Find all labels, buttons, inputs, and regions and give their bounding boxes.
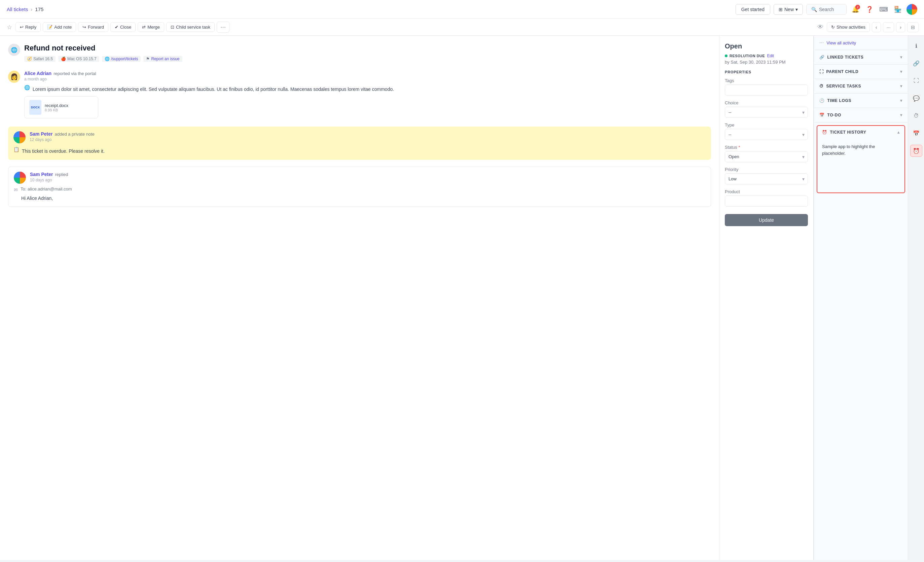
time-logs-header[interactable]: 🕐 TIME LOGS ▾ [814, 93, 908, 108]
check-icon: ✔ [115, 24, 118, 30]
browser-icon: 🧭 [27, 57, 32, 61]
tags-label: Tags [725, 78, 808, 83]
help-button[interactable]: ❓ [864, 4, 875, 15]
breadcrumb-separator: › [31, 6, 32, 12]
update-button[interactable]: Update [725, 214, 808, 226]
path-tag[interactable]: 🌐 /support/tickets [102, 56, 141, 62]
nav-dots-button[interactable]: ··· [883, 22, 894, 32]
attachment[interactable]: DOCX receipt.docx 8.99 KB [24, 96, 98, 119]
history-icon-button[interactable]: ⏰ [910, 145, 922, 157]
breadcrumb: All tickets › 175 [7, 6, 44, 12]
ticket-number: 175 [35, 6, 44, 12]
ticket-status: Open [725, 42, 808, 50]
merge-button[interactable]: ⇄ Merge [138, 22, 164, 32]
resolution-label: RESOLUTION DUE [729, 54, 765, 58]
avatar [14, 131, 26, 143]
choice-field: Choice -- [725, 100, 808, 118]
browser-tag: 🧭 Safari 16.5 [24, 56, 56, 62]
reply-button[interactable]: ↩ Reply [15, 22, 41, 32]
link-icon-button[interactable]: 🔗 [910, 57, 922, 69]
activities-icon: ↻ [831, 24, 835, 30]
add-note-button[interactable]: 📝 Add note [43, 22, 76, 32]
get-started-button[interactable]: Get started [736, 4, 770, 15]
forward-button[interactable]: ↪ Forward [78, 22, 108, 32]
calendar-icon-button[interactable]: 📅 [910, 127, 922, 139]
search-button[interactable]: 🔍 Search [806, 4, 847, 15]
time-logs-accordion: 🕐 TIME LOGS ▾ [814, 93, 908, 108]
ticket-meta: 🧭 Safari 16.5 🍎 Mac OS 10.15.7 🌐 /suppor… [24, 56, 182, 62]
tags-input[interactable] [725, 84, 808, 96]
main-layout: 🌐 Refund not received 🧭 Safari 16.5 🍎 Ma… [0, 36, 924, 560]
nav-prev-button[interactable]: ‹ [872, 22, 881, 32]
resolution-date: by Sat, Sep 30, 2023 11:59 PM [725, 60, 808, 65]
resolution-edit-link[interactable]: Edit [767, 54, 774, 58]
layout-button[interactable]: ⊟ [907, 22, 919, 32]
reply-icon: ↩ [20, 24, 24, 30]
app-logo [906, 4, 917, 15]
notification-badge: 2 [855, 5, 860, 9]
task-icon: ⊡ [171, 24, 174, 30]
notifications-button[interactable]: 🔔 2 [850, 4, 861, 15]
hierarchy-icon-button[interactable]: ⛶ [910, 75, 922, 87]
message-item: 👩 Alice Adrian reported via the portal a… [8, 71, 711, 119]
info-icon-button[interactable]: ℹ [910, 40, 922, 52]
product-label: Product [725, 189, 808, 194]
clock-icon-button[interactable]: ⏱ [910, 110, 922, 122]
product-input[interactable] [725, 195, 808, 207]
apple-icon: 🍎 [61, 57, 66, 61]
view-all-activity-row[interactable]: ··· View all activity [814, 36, 908, 50]
right-sidebar: ··· View all activity 🔗 LINKED TICKETS ▾… [814, 36, 908, 560]
properties-panel: Open RESOLUTION DUE Edit by Sat, Sep 30,… [719, 36, 814, 560]
show-activities-button[interactable]: ↻ Show activities [827, 22, 870, 32]
message-text: Lorem ipsum dolor sit amet, consectetur … [33, 86, 394, 93]
more-options-button[interactable]: ⋯ [217, 21, 230, 33]
chevron-down-icon: ▾ [795, 7, 798, 12]
eye-button[interactable]: 👁 [816, 22, 825, 32]
close-button[interactable]: ✔ Close [110, 22, 136, 32]
link-icon: 🔗 [819, 55, 825, 60]
star-button[interactable]: ☆ [5, 22, 14, 32]
child-service-task-button[interactable]: ⊡ Child service task [166, 22, 214, 32]
nav-next-button[interactable]: › [896, 22, 905, 32]
message-content: Alice Adrian reported via the portal a m… [24, 71, 711, 119]
ticket-history-header[interactable]: ⏰ TICKET HISTORY ▴ [818, 126, 904, 139]
chevron-up-icon: ▴ [897, 130, 900, 135]
parent-child-header[interactable]: ⛶ PARENT CHILD ▾ [814, 65, 908, 79]
view-all-activity-link[interactable]: View all activity [826, 41, 856, 45]
forward-icon: ↪ [82, 24, 86, 30]
globe-icon: 🌐 [8, 44, 20, 56]
required-marker: * [738, 145, 740, 150]
resolution-dot [725, 54, 728, 57]
service-tasks-header[interactable]: ⏱ SERVICE TASKS ▾ [814, 79, 908, 93]
todo-header[interactable]: 📅 TO-DO ▾ [814, 108, 908, 122]
more-dots-icon: ··· [819, 40, 824, 46]
reply-to: To: alice.adrian@mail.com [21, 186, 72, 191]
report-tag[interactable]: ⚑ Report an issue [143, 56, 182, 62]
os-tag: 🍎 Mac OS 10.15.7 [58, 56, 99, 62]
status-label: Status * [725, 145, 808, 150]
merge-icon: ⇄ [142, 24, 146, 30]
note-type-icon: 📋 [14, 147, 19, 152]
clock-icon: 🕐 [819, 98, 825, 103]
todo-accordion: 📅 TO-DO ▾ [814, 108, 908, 123]
docx-icon: DOCX [29, 100, 41, 115]
service-tasks-accordion: ⏱ SERVICE TASKS ▾ [814, 79, 908, 93]
status-select[interactable]: Open [725, 151, 808, 162]
store-button[interactable]: 🏪 [892, 4, 903, 15]
keyboard-button[interactable]: ⌨ [878, 4, 889, 15]
priority-select[interactable]: Low [725, 173, 808, 185]
linked-tickets-accordion: 🔗 LINKED TICKETS ▾ [814, 50, 908, 65]
linked-tickets-header[interactable]: 🔗 LINKED TICKETS ▾ [814, 50, 908, 64]
new-button[interactable]: ⊞ New ▾ [774, 4, 803, 15]
tasks-icon: ⏱ [819, 84, 824, 89]
chevron-down-icon: ▾ [900, 55, 903, 60]
message-time: a month ago [24, 77, 711, 81]
chevron-down-icon: ▾ [900, 84, 903, 89]
chat-icon-button[interactable]: 💬 [910, 92, 922, 104]
note-icon: 📝 [47, 24, 52, 30]
reply-block: Sam Peter replied 10 days ago ✉ To: alic… [8, 167, 711, 207]
all-tickets-link[interactable]: All tickets [7, 6, 28, 12]
type-select[interactable]: -- [725, 129, 808, 140]
chevron-down-icon: ▾ [900, 69, 903, 74]
choice-select[interactable]: -- [725, 107, 808, 118]
